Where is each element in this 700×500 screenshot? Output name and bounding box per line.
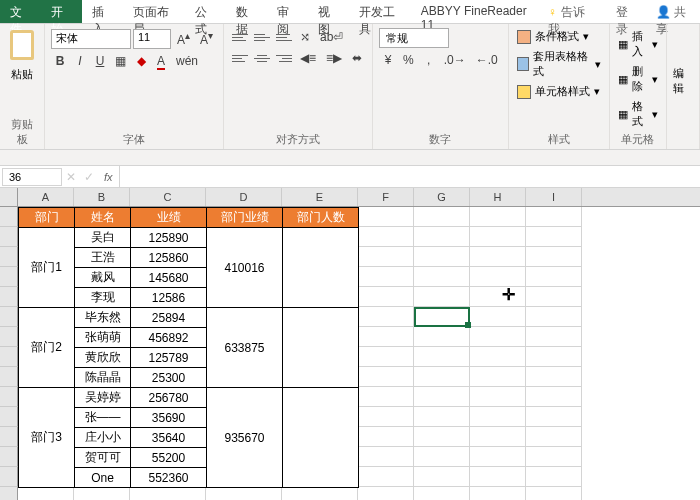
th-dept[interactable]: 部门: [19, 208, 75, 228]
cell-name[interactable]: 张萌萌: [75, 328, 131, 348]
tab-page-layout[interactable]: 页面布局: [123, 0, 185, 23]
font-color-button[interactable]: A: [152, 52, 170, 70]
cell-perf[interactable]: 256780: [131, 388, 207, 408]
tab-data[interactable]: 数据: [226, 0, 267, 23]
cell-perf[interactable]: 456892: [131, 328, 207, 348]
cell-name[interactable]: 吴白: [75, 228, 131, 248]
cell-name[interactable]: 贺可可: [75, 448, 131, 468]
merge-center-button[interactable]: ⬌: [348, 49, 366, 67]
grid[interactable]: 部门 姓名 业绩 部门业绩 部门人数 部门1吴白125890410016王浩12…: [18, 207, 582, 500]
cell-dept[interactable]: 部门1: [19, 228, 75, 308]
tab-insert[interactable]: 插入: [82, 0, 123, 23]
cell-styles-button[interactable]: 单元格样式 ▾: [515, 83, 603, 100]
tell-me[interactable]: ♀告诉我...: [538, 0, 606, 23]
cell-name[interactable]: 庄小小: [75, 428, 131, 448]
cell-perf[interactable]: 25300: [131, 368, 207, 388]
col-header-c[interactable]: C: [130, 188, 206, 206]
comma-button[interactable]: ,: [420, 51, 438, 69]
align-top-button[interactable]: [230, 29, 250, 45]
fx-button[interactable]: fx: [98, 169, 119, 185]
insert-cells-button[interactable]: ▦ 插入 ▾: [616, 28, 661, 60]
row-header[interactable]: [0, 447, 18, 467]
row-header[interactable]: [0, 307, 18, 327]
cell-perf[interactable]: 125860: [131, 248, 207, 268]
cell-name[interactable]: 戴风: [75, 268, 131, 288]
cell-perf[interactable]: 125789: [131, 348, 207, 368]
row-header[interactable]: [0, 467, 18, 487]
cell-perf[interactable]: 35690: [131, 408, 207, 428]
phonetic-button[interactable]: wén: [172, 52, 202, 70]
cell-dept-total[interactable]: 410016: [207, 228, 283, 308]
col-header-d[interactable]: D: [206, 188, 282, 206]
align-left-button[interactable]: [230, 50, 250, 66]
row-header[interactable]: [0, 267, 18, 287]
tab-formulas[interactable]: 公式: [185, 0, 226, 23]
percent-button[interactable]: %: [399, 51, 418, 69]
cell-dept[interactable]: 部门3: [19, 388, 75, 488]
cell-name[interactable]: One: [75, 468, 131, 488]
increase-font-button[interactable]: A▴: [173, 28, 194, 49]
th-dept-count[interactable]: 部门人数: [283, 208, 359, 228]
font-name-select[interactable]: 宋体: [51, 29, 131, 49]
th-perf[interactable]: 业绩: [131, 208, 207, 228]
row-header[interactable]: [0, 287, 18, 307]
cancel-icon[interactable]: ✕: [62, 170, 80, 184]
cell-dept-count[interactable]: [283, 228, 359, 308]
decrease-font-button[interactable]: A▾: [196, 28, 217, 49]
number-format-select[interactable]: 常规: [379, 28, 449, 48]
cell-dept-count[interactable]: [283, 388, 359, 488]
cell-name[interactable]: 吴婷婷: [75, 388, 131, 408]
currency-button[interactable]: ¥: [379, 51, 397, 69]
th-dept-perf[interactable]: 部门业绩: [207, 208, 283, 228]
format-cells-button[interactable]: ▦ 格式 ▾: [616, 98, 661, 130]
fill-color-button[interactable]: ◆: [132, 52, 150, 70]
delete-cells-button[interactable]: ▦ 删除 ▾: [616, 63, 661, 95]
tab-home[interactable]: 开始: [41, 0, 82, 23]
cell-name[interactable]: 王浩: [75, 248, 131, 268]
cell-dept[interactable]: 部门2: [19, 308, 75, 388]
underline-button[interactable]: U: [91, 52, 109, 70]
row-header[interactable]: [0, 247, 18, 267]
cell-perf[interactable]: 125890: [131, 228, 207, 248]
align-bottom-button[interactable]: [274, 29, 294, 45]
paste-button[interactable]: [6, 28, 38, 64]
border-button[interactable]: ▦: [111, 52, 130, 70]
align-center-button[interactable]: [252, 50, 272, 66]
row-header[interactable]: [0, 387, 18, 407]
align-right-button[interactable]: [274, 50, 294, 66]
cell-perf[interactable]: 25894: [131, 308, 207, 328]
cell-perf[interactable]: 55200: [131, 448, 207, 468]
indent-increase-button[interactable]: ≡▶: [322, 49, 346, 67]
tab-review[interactable]: 审阅: [267, 0, 308, 23]
italic-button[interactable]: I: [71, 52, 89, 70]
orientation-button[interactable]: ⤭: [296, 28, 314, 46]
share-button[interactable]: 👤 共享: [646, 0, 700, 23]
conditional-format-button[interactable]: 条件格式 ▾: [515, 28, 603, 45]
cell-name[interactable]: 李现: [75, 288, 131, 308]
cell-perf[interactable]: 12586: [131, 288, 207, 308]
cell-name[interactable]: 陈晶晶: [75, 368, 131, 388]
row-header[interactable]: [0, 227, 18, 247]
formula-input[interactable]: [119, 166, 700, 187]
decrease-decimal-button[interactable]: ←.0: [472, 51, 502, 69]
format-as-table-button[interactable]: 套用表格格式 ▾: [515, 48, 603, 80]
tab-file[interactable]: 文件: [0, 0, 41, 23]
cell-perf[interactable]: 145680: [131, 268, 207, 288]
name-box[interactable]: 36: [2, 168, 62, 186]
indent-decrease-button[interactable]: ◀≡: [296, 49, 320, 67]
cell-dept-count[interactable]: [283, 308, 359, 388]
cell-name[interactable]: 黄欣欣: [75, 348, 131, 368]
tab-abbyy[interactable]: ABBYY FineReader 11: [411, 0, 538, 23]
th-name[interactable]: 姓名: [75, 208, 131, 228]
col-header-f[interactable]: F: [358, 188, 414, 206]
cell-name[interactable]: 毕东然: [75, 308, 131, 328]
row-header[interactable]: [0, 327, 18, 347]
col-header-e[interactable]: E: [282, 188, 358, 206]
font-size-select[interactable]: 11: [133, 29, 171, 49]
row-header[interactable]: [0, 427, 18, 447]
col-header-g[interactable]: G: [414, 188, 470, 206]
wrap-text-button[interactable]: ab⏎: [316, 28, 347, 46]
col-header-b[interactable]: B: [74, 188, 130, 206]
enter-icon[interactable]: ✓: [80, 170, 98, 184]
col-header-i[interactable]: I: [526, 188, 582, 206]
